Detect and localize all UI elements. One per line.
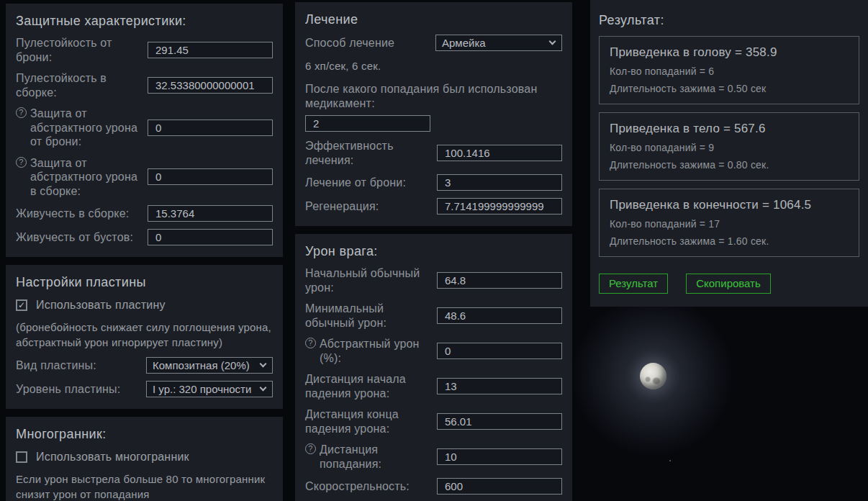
regen-row: Регенерация:: [305, 198, 562, 215]
initial-damage-label: Начальный обычный урон:: [305, 266, 431, 294]
vitality-boosts-input[interactable]: [148, 229, 273, 245]
plate-level-row: Уровень пластины: I ур.: 320 прочности: [16, 381, 273, 397]
healing-eff-input[interactable]: [437, 145, 562, 161]
falloff-end-label: Дистанция конца падения урона:: [305, 407, 431, 435]
defense-row: Живучесть в сборке:: [16, 205, 273, 222]
fire-rate-row: Скорострельность:: [305, 478, 562, 495]
defense-row: Пулестойкость от брони:: [16, 36, 273, 64]
bullet-resist-armor-input[interactable]: [148, 42, 273, 58]
after-hit-input[interactable]: [305, 115, 430, 132]
fire-rate-input[interactable]: [437, 478, 562, 495]
polyhedron-title: Многогранник:: [16, 427, 273, 442]
use-polyhedron-checkbox[interactable]: [16, 451, 27, 463]
abstract-damage-label: Абстрактный урон (%):: [320, 337, 431, 365]
plate-kind-value: Композитная (20%): [153, 359, 250, 371]
use-plate-row: ✓ Использовать пластину: [16, 299, 273, 312]
healing-title: Лечение: [305, 12, 562, 27]
bullet-resist-armor-label: Пулестойкость от брони:: [16, 36, 142, 64]
abstract-protect-build-input[interactable]: [148, 168, 273, 185]
vitality-build-input[interactable]: [148, 205, 273, 222]
falloff-start-input[interactable]: [437, 378, 562, 394]
hit-distance-label: Дистанция попадания:: [320, 443, 431, 471]
defense-row: Живучесть от бустов:: [16, 229, 273, 245]
healing-eff-label: Эффективность лечения:: [305, 139, 431, 167]
use-polyhedron-row: Использовать многогранник: [16, 451, 273, 464]
result-limbs-main: Приведенка в конечности = 1064.5: [610, 198, 849, 212]
initial-damage-input[interactable]: [437, 272, 562, 289]
plate-level-select[interactable]: I ур.: 320 прочности: [146, 381, 273, 397]
panel-enemy-damage: Урон врага: Начальный обычный урон: Мини…: [295, 234, 572, 501]
defense-row: Пулестойкость в сборке:: [16, 71, 273, 99]
result-head-hits: Кол-во попаданий = 6: [610, 66, 849, 77]
abstract-protect-armor-input[interactable]: [148, 119, 273, 136]
panel-polyhedron: Многогранник: Использовать многогранник …: [6, 417, 283, 501]
result-limbs-hits: Кол-во попаданий = 17: [610, 218, 849, 230]
hit-distance-row: ? Дистанция попадания:: [305, 443, 562, 471]
fire-rate-label: Скорострельность:: [305, 479, 410, 494]
result-card-body: Приведенка в тело = 567.6 Кол-во попадан…: [599, 112, 859, 181]
chevron-down-icon: [260, 361, 267, 368]
result-head-duration: Длительность зажима = 0.50 сек: [610, 83, 849, 94]
vitality-build-label: Живучесть в сборке:: [16, 207, 129, 221]
defense-row: ? Защита от абстрактного урона в сборке:: [16, 156, 273, 199]
result-body-main: Приведенка в тело = 567.6: [610, 122, 849, 136]
polyhedron-note: Если урон выстрела больше 80 то многогра…: [16, 471, 273, 501]
plate-level-value: I ур.: 320 прочности: [153, 383, 251, 395]
min-damage-row: Минимальный обычный урон:: [305, 302, 562, 330]
chevron-down-icon: [260, 384, 267, 392]
min-damage-label: Минимальный обычный урон:: [305, 302, 431, 330]
healing-method-select[interactable]: Армейка: [435, 35, 562, 51]
panel-defense: Защитные характеристики: Пулестойкость о…: [6, 4, 283, 257]
healing-armor-input[interactable]: [437, 174, 562, 191]
result-card-limbs: Приведенка в конечности = 1064.5 Кол-во …: [599, 189, 859, 257]
healing-method-row: Способ лечение Армейка: [305, 35, 562, 51]
abstract-damage-row: ? Абстрактный урон (%):: [305, 337, 562, 365]
bullet-resist-build-label: Пулестойкость в сборке:: [16, 71, 142, 99]
result-limbs-duration: Длительность зажима = 1.60 сек.: [610, 235, 849, 247]
regen-label: Регенерация:: [305, 199, 379, 214]
result-body-duration: Длительность зажима = 0.80 сек.: [610, 159, 849, 171]
middle-column: Лечение Способ лечение Армейка 6 хп/сек,…: [295, 2, 572, 501]
help-icon[interactable]: ?: [16, 107, 27, 118]
healing-armor-label: Лечение от брони:: [305, 176, 406, 190]
results-buttons: Результат Скопировать: [599, 274, 859, 294]
plate-kind-row: Вид пластины: Композитная (20%): [16, 357, 273, 374]
panel-results: Результат: Приведенка в голову = 358.9 К…: [590, 0, 868, 307]
help-icon[interactable]: ?: [16, 157, 27, 168]
plate-title: Настройки пластины: [16, 275, 273, 290]
hit-distance-input[interactable]: [437, 448, 562, 465]
healing-eff-row: Эффективность лечения:: [305, 139, 562, 167]
plate-kind-select[interactable]: Композитная (20%): [146, 357, 273, 374]
copy-button[interactable]: Скопировать: [686, 274, 771, 294]
result-body-hits: Кол-во попаданий = 9: [610, 142, 849, 153]
use-plate-checkbox[interactable]: ✓: [16, 299, 27, 311]
use-plate-label: Использовать пластину: [36, 299, 166, 312]
result-button[interactable]: Результат: [599, 274, 668, 294]
plate-note: (бронебойность снижает силу поглощения у…: [16, 320, 273, 350]
falloff-start-row: Дистанция начала падения урона:: [305, 372, 562, 400]
chevron-down-icon: [549, 38, 556, 45]
healing-armor-row: Лечение от брони:: [305, 174, 562, 191]
bullet-resist-build-input[interactable]: [148, 77, 273, 94]
abstract-protect-armor-label: Защита от абстрактного урона от брони:: [30, 107, 142, 149]
defense-title: Защитные характеристики:: [16, 14, 273, 29]
plate-kind-label: Вид пластины:: [16, 358, 96, 373]
enemy-damage-title: Урон врага:: [305, 244, 562, 259]
use-polyhedron-label: Использовать многогранник: [36, 451, 189, 464]
panel-healing: Лечение Способ лечение Армейка 6 хп/сек,…: [295, 2, 572, 226]
help-icon[interactable]: ?: [305, 443, 316, 454]
after-hit-row: [305, 115, 562, 132]
left-column: Защитные характеристики: Пулестойкость о…: [6, 4, 283, 501]
plate-level-label: Уровень пластины:: [16, 382, 120, 397]
vitality-boosts-label: Живучесть от бустов:: [16, 230, 133, 245]
falloff-start-label: Дистанция начала падения урона:: [305, 372, 431, 400]
falloff-end-input[interactable]: [437, 413, 562, 430]
healing-method-label: Способ лечение: [305, 36, 394, 50]
abstract-damage-input[interactable]: [437, 343, 562, 359]
min-damage-input[interactable]: [437, 307, 562, 324]
help-icon[interactable]: ?: [305, 338, 316, 348]
right-column: Результат: Приведенка в голову = 358.9 К…: [590, 0, 868, 315]
result-head-main: Приведенка в голову = 358.9: [610, 45, 849, 60]
regen-input[interactable]: [437, 198, 562, 215]
initial-damage-row: Начальный обычный урон:: [305, 266, 562, 294]
